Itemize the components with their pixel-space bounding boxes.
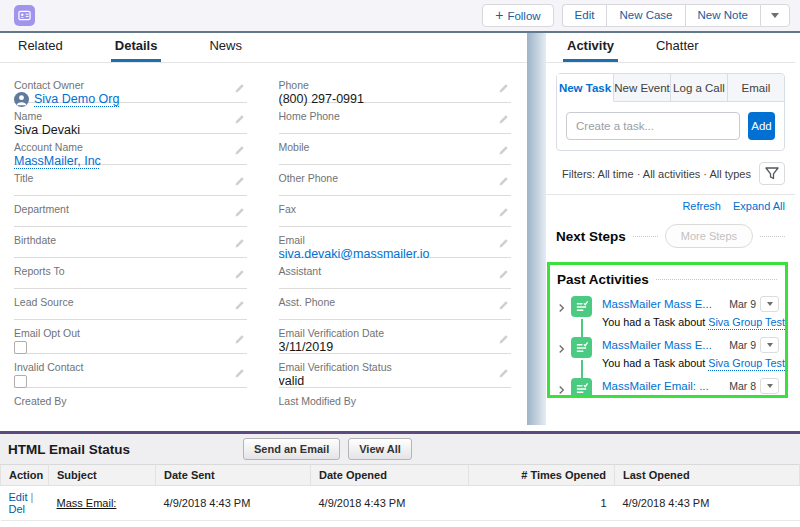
tab-activity[interactable]: Activity: [563, 38, 618, 62]
field-contact-owner: Contact Owner Siva Demo Org: [14, 77, 247, 103]
edit-pencil-icon[interactable]: [234, 365, 245, 383]
chevron-down-icon: [771, 13, 779, 18]
account-name-link[interactable]: MassMailer, Inc: [14, 154, 101, 169]
edit-link[interactable]: Edit: [9, 491, 28, 503]
tab-email[interactable]: Email: [728, 74, 784, 101]
activity-subject-link[interactable]: Siva Group Test 3/9/2019 ...: [708, 357, 788, 369]
field-phone: Phone (800) 297-0991: [279, 77, 512, 103]
activity-menu-button[interactable]: [760, 337, 779, 353]
edit-pencil-icon[interactable]: [498, 173, 509, 191]
edit-pencil-icon[interactable]: [498, 80, 509, 98]
edit-pencil-icon[interactable]: [234, 204, 245, 222]
edit-pencil-icon[interactable]: [234, 80, 245, 98]
invalid-contact-checkbox[interactable]: [14, 375, 27, 388]
tab-new-task[interactable]: New Task: [557, 74, 614, 102]
new-case-button[interactable]: New Case: [606, 4, 684, 27]
activity-menu-button[interactable]: [760, 378, 779, 394]
next-steps-section: Next Steps More Steps: [556, 224, 785, 248]
tab-details[interactable]: Details: [111, 38, 162, 62]
refresh-link[interactable]: Refresh: [682, 200, 721, 212]
detail-fields: Contact Owner Siva Demo Org Name Siva De…: [0, 63, 527, 424]
edit-pencil-icon[interactable]: [234, 331, 245, 349]
view-all-button[interactable]: View All: [348, 438, 412, 460]
send-an-email-button[interactable]: Send an Email: [243, 438, 340, 460]
composer-tabs: New Task New Event Log a Call Email: [557, 74, 784, 102]
top-strip: +Follow Edit New Case New Note: [0, 0, 800, 31]
tab-new-event[interactable]: New Event: [614, 74, 671, 101]
subject-link[interactable]: Mass Email:: [57, 497, 117, 509]
detail-fields-left: Contact Owner Siva Demo Org Name Siva De…: [14, 77, 247, 424]
add-task-button[interactable]: Add: [748, 112, 775, 140]
phone-value: (800) 297-0991: [279, 92, 364, 107]
col-action: Action: [1, 465, 49, 486]
edit-pencil-icon[interactable]: [234, 235, 245, 253]
edit-pencil-icon[interactable]: [234, 142, 245, 160]
record-actions: +Follow Edit New Case New Note: [482, 4, 790, 27]
activity-title-link[interactable]: MassMailer Mass E...: [602, 298, 725, 310]
field-title: Title: [14, 170, 247, 196]
edit-pencil-icon[interactable]: [234, 297, 245, 315]
chevron-right-icon[interactable]: [557, 381, 566, 398]
filters-summary: Filters: All time · All activities · All…: [562, 168, 751, 180]
edit-pencil-icon[interactable]: [234, 266, 245, 284]
tab-related[interactable]: Related: [14, 38, 67, 62]
field-name: Name Siva Devaki: [14, 108, 247, 134]
field-fax: Fax: [279, 201, 512, 227]
expand-all-link[interactable]: Expand All: [733, 200, 785, 212]
activity-tabs: Activity Chatter: [546, 33, 795, 63]
past-activities-title: Past Activities: [557, 272, 649, 287]
email-status-header: HTML Email Status Send an Email View All: [0, 434, 800, 464]
tab-news[interactable]: News: [205, 38, 246, 62]
field-created-by: Created By: [14, 393, 247, 419]
filters-row: Filters: All time · All activities · All…: [556, 162, 785, 185]
activity-menu-button[interactable]: [760, 296, 779, 312]
edit-pencil-icon[interactable]: [234, 111, 245, 129]
tab-chatter[interactable]: Chatter: [652, 38, 703, 62]
activity-title-link[interactable]: MassMailer Email: ...: [602, 380, 725, 392]
activity-date: Mar 9: [729, 298, 756, 310]
field-asst-phone: Asst. Phone: [279, 294, 512, 320]
more-steps-button[interactable]: More Steps: [665, 224, 753, 248]
contact-owner-link[interactable]: Siva Demo Org: [34, 92, 119, 107]
activity-subject-link[interactable]: Siva Group Test 3/9/2019 ...: [708, 316, 788, 328]
edit-pencil-icon[interactable]: [498, 235, 509, 253]
more-actions-button[interactable]: [760, 4, 790, 27]
edit-pencil-icon[interactable]: [498, 204, 509, 222]
task-icon: [571, 337, 592, 358]
email-verification-date-value: 3/11/2019: [279, 340, 334, 355]
edit-pencil-icon[interactable]: [498, 266, 509, 284]
activity-title-link[interactable]: MassMailer Mass E...: [602, 339, 725, 351]
tab-log-a-call[interactable]: Log a Call: [671, 74, 728, 101]
create-task-input[interactable]: [566, 112, 740, 140]
edit-button[interactable]: Edit: [562, 4, 607, 27]
field-department: Department: [14, 201, 247, 227]
edit-pencil-icon[interactable]: [234, 173, 245, 191]
email-link[interactable]: siva.devaki@massmailer.io: [279, 247, 430, 262]
user-avatar-icon: [14, 92, 29, 107]
activity-item: MassMailer Mass E... Mar 9 You had a Tas…: [554, 296, 779, 328]
col-date-opened: Date Opened: [311, 465, 469, 486]
past-activities-highlight-box: Past Activities MassMailer Mass E... Mar…: [547, 262, 788, 398]
funnel-icon: [765, 167, 779, 180]
edit-pencil-icon[interactable]: [498, 142, 509, 160]
edit-pencil-icon[interactable]: [498, 297, 509, 315]
chevron-right-icon[interactable]: [557, 299, 566, 317]
email-opt-out-checkbox[interactable]: [14, 341, 27, 354]
col-subject: Subject: [49, 465, 156, 486]
edit-pencil-icon[interactable]: [498, 111, 509, 129]
new-note-button[interactable]: New Note: [685, 4, 761, 27]
edit-pencil-icon[interactable]: [498, 365, 509, 383]
field-reports-to: Reports To: [14, 263, 247, 289]
chevron-right-icon[interactable]: [557, 340, 566, 358]
field-email: Email siva.devaki@massmailer.io: [279, 232, 512, 258]
del-link[interactable]: Del: [9, 503, 26, 515]
last-opened-cell: 4/9/2018 4:43 PM: [615, 486, 800, 521]
past-activities-header: Past Activities: [557, 272, 777, 287]
edit-pencil-icon[interactable]: [498, 331, 509, 349]
times-opened-cell: 1: [469, 486, 615, 521]
filter-button[interactable]: [759, 162, 785, 185]
field-invalid-contact: Invalid Contact: [14, 359, 247, 388]
field-email-verification-status: Email Verification Status valid: [279, 359, 512, 388]
field-other-phone: Other Phone: [279, 170, 512, 196]
follow-button[interactable]: +Follow: [482, 4, 553, 27]
